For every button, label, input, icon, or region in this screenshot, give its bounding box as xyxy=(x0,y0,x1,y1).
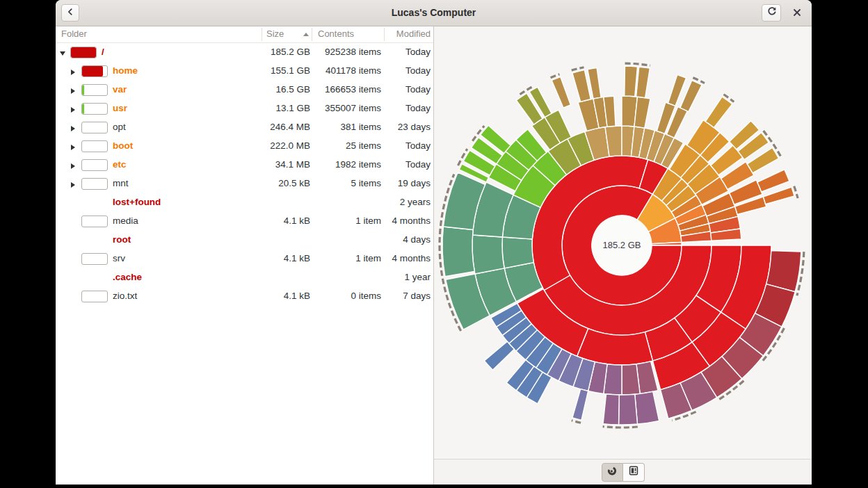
folder-size: 13.1 GB xyxy=(275,103,310,113)
column-header-contents[interactable]: Contents xyxy=(318,29,354,39)
folder-size: 16.5 GB xyxy=(275,84,310,95)
chart-segment[interactable] xyxy=(757,170,789,192)
table-row[interactable]: zio.txt4.1 kB0 items7 days xyxy=(56,287,433,306)
folder-name: boot xyxy=(113,140,133,151)
folder-modified: 4 months xyxy=(392,215,431,226)
chart-segment[interactable] xyxy=(625,66,638,97)
chart-segment[interactable] xyxy=(472,235,504,274)
expander-closed-icon[interactable] xyxy=(71,107,75,113)
expander-closed-icon[interactable] xyxy=(71,70,75,75)
usage-bar xyxy=(81,178,108,190)
usage-bar xyxy=(81,122,108,133)
usage-bar xyxy=(81,253,108,265)
usage-bar-fill xyxy=(82,66,103,76)
chart-segment[interactable] xyxy=(502,237,533,268)
table-row[interactable]: srv4.1 kB1 item4 months xyxy=(56,250,433,268)
usage-bar xyxy=(81,103,108,115)
chart-segment[interactable] xyxy=(603,394,619,425)
chart-segment[interactable] xyxy=(635,391,659,424)
folder-modified: 19 days xyxy=(398,178,431,188)
chart-segment[interactable] xyxy=(442,227,474,277)
expander-closed-icon[interactable] xyxy=(71,145,75,150)
rings-view-button[interactable] xyxy=(602,463,623,482)
usage-bar xyxy=(81,65,108,77)
usage-bar-fill xyxy=(82,104,84,114)
chart-toolbar xyxy=(434,459,812,485)
chart-segment[interactable] xyxy=(634,97,650,128)
table-row[interactable]: lost+found2 years xyxy=(56,193,433,212)
folder-contents: 1 item xyxy=(355,253,381,263)
chart-segment[interactable] xyxy=(572,389,588,421)
table-row[interactable]: boot222.0 MB25 itemsToday xyxy=(56,137,433,156)
expander-closed-icon[interactable] xyxy=(71,126,75,131)
folder-size: 34.1 MB xyxy=(275,159,310,170)
expander-closed-icon[interactable] xyxy=(71,163,75,169)
folder-size: 20.5 kB xyxy=(278,178,310,188)
expander-closed-icon[interactable] xyxy=(71,182,75,188)
more-depth-dash xyxy=(572,67,584,70)
table-row[interactable]: .cache1 year xyxy=(56,268,433,287)
chart-segment[interactable] xyxy=(622,364,640,395)
table-row[interactable]: var16.5 GB166653 itemsToday xyxy=(56,81,433,99)
app-window: Lucas's Computer Folder Size Contents Mo… xyxy=(56,0,812,485)
table-row[interactable]: usr13.1 GB355007 itemsToday xyxy=(56,99,433,118)
chart-segment[interactable] xyxy=(572,70,590,102)
expander-closed-icon[interactable] xyxy=(71,88,75,94)
usage-bar xyxy=(81,291,108,302)
more-depth-dash xyxy=(794,186,798,198)
treemap-view-button[interactable] xyxy=(623,463,645,482)
rings-chart[interactable]: 185.2 GB xyxy=(434,26,812,459)
folder-size: 4.1 kB xyxy=(284,253,310,263)
table-row[interactable]: mnt20.5 kB5 items19 days xyxy=(56,174,433,193)
chart-center-label: 185.2 GB xyxy=(603,240,641,250)
folder-modified: 4 days xyxy=(403,234,431,245)
folder-name: opt xyxy=(113,122,126,132)
column-header-folder[interactable]: Folder xyxy=(61,29,87,39)
table-row[interactable]: root4 days xyxy=(56,231,433,250)
folder-name: home xyxy=(113,65,138,76)
folder-modified: 4 months xyxy=(392,253,431,263)
chart-segment[interactable] xyxy=(636,67,650,97)
header-separator xyxy=(384,28,385,41)
chart-segment[interactable] xyxy=(705,97,732,127)
folder-name: root xyxy=(113,234,131,245)
refresh-icon xyxy=(766,6,777,19)
column-header-size[interactable]: Size xyxy=(266,29,284,39)
chart-segment[interactable] xyxy=(619,394,638,425)
sort-arrow-icon xyxy=(303,33,309,36)
chart-segment[interactable] xyxy=(484,341,514,370)
folder-name: var xyxy=(113,84,127,95)
more-depth-dash xyxy=(572,421,581,423)
table-row[interactable]: opt246.4 MB381 items23 days xyxy=(56,118,433,137)
expander-open-icon[interactable] xyxy=(60,51,65,56)
close-icon xyxy=(793,7,801,19)
folder-contents: 355007 items xyxy=(325,103,381,113)
table-header: Folder Size Contents Modified xyxy=(56,26,433,43)
usage-bar-fill xyxy=(71,47,96,58)
treemap-chart-icon xyxy=(628,465,639,479)
folder-name: lost+found xyxy=(113,197,161,207)
folder-name: usr xyxy=(113,103,127,113)
chart-segment[interactable] xyxy=(552,77,570,108)
close-button[interactable] xyxy=(788,4,806,22)
folder-name: zio.txt xyxy=(113,291,137,301)
table-row[interactable]: home155.1 GB401178 itemsToday xyxy=(56,62,433,81)
folder-contents: 1982 items xyxy=(335,159,381,170)
folder-modified: Today xyxy=(405,84,431,95)
more-depth-dash xyxy=(625,63,650,65)
refresh-button[interactable] xyxy=(762,4,781,22)
column-header-modified[interactable]: Modified xyxy=(396,29,431,39)
folder-modified: 1 year xyxy=(404,272,431,282)
folder-contents: 5 items xyxy=(351,178,381,188)
table-row[interactable]: /185.2 GB925238 itemsToday xyxy=(56,43,433,62)
folder-contents: 166653 items xyxy=(325,84,381,95)
main-content: Folder Size Contents Modified /185.2 GB9… xyxy=(56,26,812,485)
table-row[interactable]: media4.1 kB1 item4 months xyxy=(56,212,433,231)
usage-bar xyxy=(81,140,108,152)
folder-contents: 401178 items xyxy=(326,65,381,76)
table-row[interactable]: etc34.1 MB1982 itemsToday xyxy=(56,156,433,174)
usage-bar-fill xyxy=(82,85,84,95)
more-depth-dash xyxy=(603,427,638,428)
folder-contents: 925238 items xyxy=(325,47,381,57)
chart-area: 185.2 GB xyxy=(434,26,812,459)
